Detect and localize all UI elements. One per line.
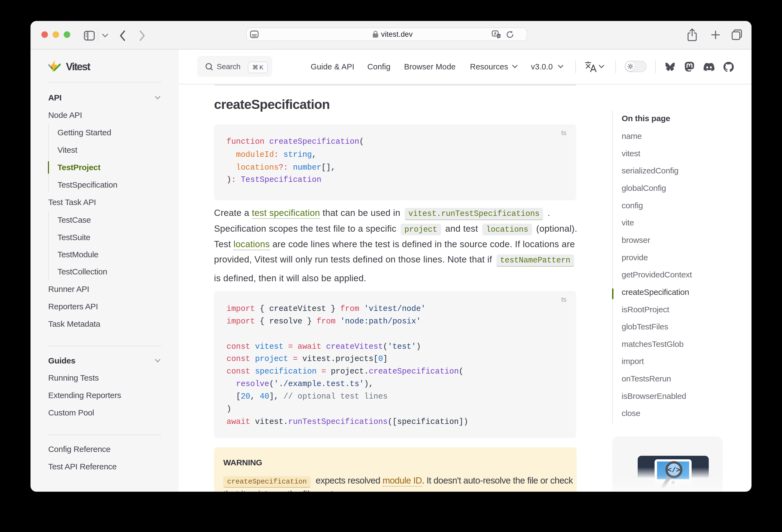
svg-text:A: A [494, 31, 496, 36]
svg-text:x: x [498, 34, 500, 38]
svg-text:</>: </> [668, 466, 680, 474]
